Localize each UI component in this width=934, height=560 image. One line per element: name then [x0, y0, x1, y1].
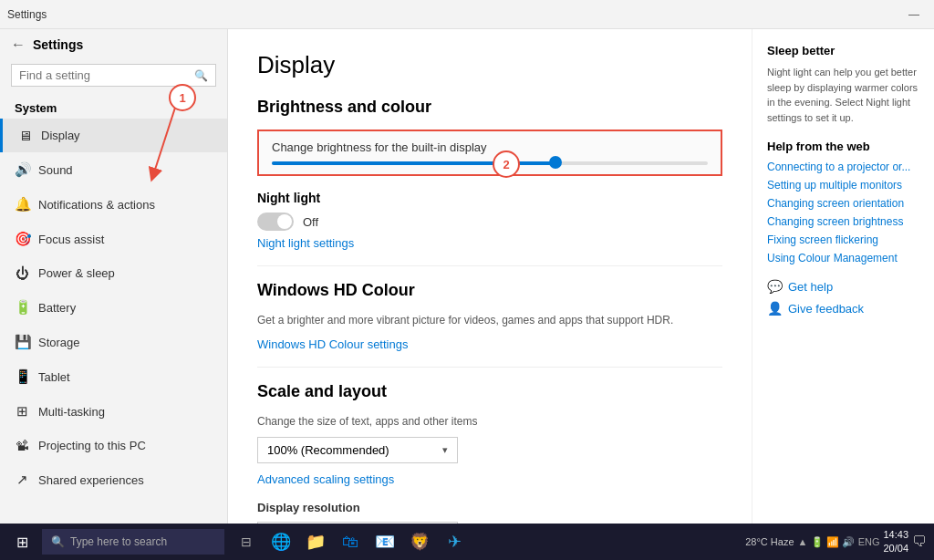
- sidebar-item-projecting[interactable]: 📽 Projecting to this PC: [0, 429, 227, 462]
- taskbar-icon-telegram[interactable]: ✈: [438, 525, 471, 558]
- advanced-scaling-link[interactable]: Advanced scaling settings: [257, 472, 394, 486]
- multitasking-icon: ⊞: [15, 403, 29, 420]
- brightness-box: Change brightness for the built-in displ…: [257, 130, 722, 176]
- sidebar-item-label: Sound: [38, 163, 73, 177]
- taskbar-icon-task-view[interactable]: ⊟: [230, 525, 263, 558]
- help-links-title: Help from the web: [767, 140, 919, 153]
- resolution-label: Display resolution: [257, 500, 722, 516]
- scale-label: Change the size of text, apps and other …: [257, 414, 722, 430]
- brightness-slider-thumb[interactable]: [549, 156, 562, 169]
- start-button[interactable]: ⊞: [4, 524, 40, 560]
- taskbar-sys-icons: ▲ 🔋 📶 🔊: [798, 536, 855, 548]
- title-bar: Settings —: [0, 0, 934, 29]
- hd-colour-section-title: Windows HD Colour: [257, 281, 722, 300]
- toggle-knob: [277, 214, 292, 229]
- back-button[interactable]: ←: [11, 36, 26, 53]
- divider-1: [257, 265, 722, 266]
- taskbar-icon-brave[interactable]: 🦁: [403, 525, 436, 558]
- give-feedback-icon: 👤: [767, 301, 783, 316]
- scale-dropdown[interactable]: 100% (Recommended) ▾: [257, 437, 458, 463]
- brightness-section-title: Brightness and colour: [257, 98, 722, 117]
- search-box[interactable]: 🔍: [11, 64, 216, 87]
- hd-colour-link[interactable]: Windows HD Colour settings: [257, 337, 408, 351]
- sidebar-item-power[interactable]: ⏻ Power & sleep: [0, 256, 227, 290]
- brightness-label: Change brightness for the built-in displ…: [272, 140, 708, 154]
- date-display: 20/04: [883, 542, 908, 555]
- sidebar-item-label: Multi-tasking: [38, 405, 105, 419]
- give-feedback-label: Give feedback: [788, 302, 864, 316]
- taskbar-right: 28°C Haze ▲ 🔋 📶 🔊 ENG 14:43 20/04 🗨: [745, 528, 930, 556]
- taskbar-time: 14:43 20/04: [883, 528, 908, 556]
- get-help-label: Get help: [788, 280, 833, 294]
- focus-icon: 🎯: [15, 231, 29, 247]
- brave-icon: 🦁: [410, 532, 430, 552]
- hd-colour-description: Get a brighter and more vibrant picture …: [257, 313, 722, 328]
- sidebar-item-focus[interactable]: 🎯 Focus assist: [0, 222, 227, 256]
- telegram-icon: ✈: [448, 532, 462, 552]
- taskbar-icon-edge[interactable]: 🌐: [265, 525, 297, 558]
- search-input[interactable]: [19, 68, 194, 82]
- sidebar-item-label: Tablet: [38, 370, 70, 384]
- night-light-title: Night light: [257, 191, 722, 205]
- give-feedback-button[interactable]: 👤 Give feedback: [767, 301, 919, 316]
- sidebar-item-label: Notifications & actions: [38, 198, 155, 212]
- title-bar-title: Settings: [7, 8, 47, 21]
- sidebar-item-label: Focus assist: [38, 233, 104, 246]
- sidebar-section-title: System: [0, 94, 227, 119]
- folder-icon: 📁: [306, 532, 326, 552]
- notification-center-icon[interactable]: 🗨: [912, 534, 927, 550]
- sidebar-item-label: Projecting to this PC: [38, 439, 146, 452]
- night-light-row: Off: [257, 213, 722, 231]
- sidebar-item-label: Battery: [38, 301, 76, 315]
- weather-info: 28°C Haze: [745, 536, 794, 547]
- taskbar-icon-mail[interactable]: 📧: [368, 525, 401, 558]
- time-display: 14:43: [883, 528, 908, 542]
- taskbar-search-icon: 🔍: [51, 535, 65, 548]
- get-help-button[interactable]: 💬 Get help: [767, 279, 919, 294]
- sidebar-item-label: Storage: [38, 336, 80, 349]
- sidebar-item-battery[interactable]: 🔋 Battery: [0, 290, 227, 325]
- sidebar-item-shared[interactable]: ↗ Shared experiences: [0, 462, 227, 497]
- help-link-0[interactable]: Connecting to a projector or...: [767, 161, 919, 173]
- help-link-3[interactable]: Changing screen brightness: [767, 215, 919, 228]
- display-icon: 🖥: [17, 128, 32, 143]
- sidebar-app-title: Settings: [33, 37, 83, 52]
- app-body: ← Settings 🔍 System 🖥 Display 🔊 Sound 🔔 …: [0, 29, 934, 524]
- sidebar-item-multitasking[interactable]: ⊞ Multi-tasking: [0, 394, 227, 429]
- help-link-2[interactable]: Changing screen orientation: [767, 197, 919, 210]
- right-panel: Sleep better Night light can help you ge…: [752, 29, 934, 524]
- help-link-5[interactable]: Using Colour Management: [767, 252, 919, 264]
- resolution-dropdown[interactable]: 1366 × 768 (Recommended) ▾: [257, 522, 458, 524]
- night-light-toggle[interactable]: [257, 213, 294, 231]
- sleep-title: Sleep better: [767, 44, 919, 57]
- sidebar-item-notifications[interactable]: 🔔 Notifications & actions: [0, 187, 227, 222]
- divider-2: [257, 367, 722, 368]
- taskbar-icon-folder[interactable]: 📁: [299, 525, 332, 558]
- night-light-state: Off: [303, 215, 318, 229]
- sidebar-top: ← Settings: [0, 29, 227, 60]
- minimize-button[interactable]: —: [901, 5, 927, 25]
- shared-icon: ↗: [15, 472, 29, 488]
- sidebar-item-sound[interactable]: 🔊 Sound: [0, 152, 227, 187]
- night-light-settings-link[interactable]: Night light settings: [257, 236, 354, 250]
- task-view-icon: ⊟: [241, 534, 252, 549]
- help-link-4[interactable]: Fixing screen flickering: [767, 233, 919, 246]
- sidebar-item-label: Power & sleep: [38, 266, 115, 280]
- projecting-icon: 📽: [15, 438, 29, 453]
- notifications-icon: 🔔: [15, 196, 29, 213]
- taskbar-icon-store[interactable]: 🛍: [334, 525, 367, 558]
- sidebar-item-storage[interactable]: 💾 Storage: [0, 325, 227, 359]
- get-help-icon: 💬: [767, 279, 783, 294]
- taskbar-search-box[interactable]: 🔍 Type here to search: [42, 529, 224, 555]
- mail-icon: 📧: [375, 532, 395, 552]
- scale-dropdown-value: 100% (Recommended): [267, 443, 389, 457]
- power-icon: ⏻: [15, 265, 29, 281]
- brightness-slider-track[interactable]: [272, 161, 708, 165]
- sidebar-item-label: Display: [41, 129, 80, 142]
- edge-icon: 🌐: [271, 532, 291, 552]
- sidebar-item-tablet[interactable]: 📱 Tablet: [0, 359, 227, 394]
- sidebar-item-display[interactable]: 🖥 Display: [0, 119, 227, 152]
- help-link-1[interactable]: Setting up multiple monitors: [767, 179, 919, 192]
- help-bottom: 💬 Get help 👤 Give feedback: [767, 279, 919, 316]
- taskbar-search-placeholder: Type here to search: [70, 535, 167, 548]
